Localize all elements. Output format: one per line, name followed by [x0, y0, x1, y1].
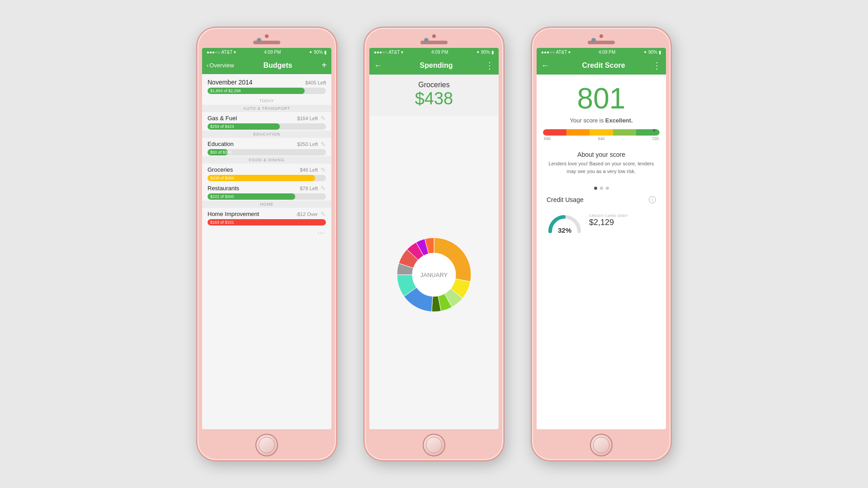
pag-dot-2	[600, 187, 603, 190]
credit-score-desc-text: Your score is	[570, 117, 604, 124]
home-inner-1	[259, 437, 275, 453]
score-seg-good	[590, 129, 613, 136]
speaker-dot-3	[599, 34, 603, 38]
back-button-3[interactable]: ←	[541, 61, 555, 70]
budget-main-header: November 2014 $405 Left	[202, 74, 331, 88]
battery-icon-2: ▮	[491, 50, 494, 55]
main-bar-wrap: $1,893 of $2,298	[202, 88, 331, 98]
section-home: HOME	[202, 201, 331, 208]
phone-credit: ●●●○○ AT&T ▾ 4:09 PM ✦ 90% ▮ ← Credit Sc…	[531, 27, 671, 461]
home-name: Home Improvement	[208, 211, 259, 217]
edit-icon-home[interactable]: ✎	[321, 211, 326, 218]
home-button-1[interactable]	[255, 434, 278, 456]
gauge-wrap: 32%	[547, 207, 583, 234]
info-icon[interactable]: i	[649, 196, 656, 203]
edit-icon-restaurants[interactable]: ✎	[321, 185, 326, 192]
home-left: -$12 Over	[296, 211, 318, 217]
restaurants-name: Restaurants	[208, 185, 239, 192]
bt-icon: ✦	[309, 50, 312, 55]
score-label-640: 640	[598, 136, 604, 141]
edit-icon-groceries[interactable]: ✎	[321, 166, 326, 174]
groceries-fill: $438 of $484	[208, 175, 315, 181]
budget-item-home[interactable]: Home Improvement -$12 Over ✎ $163 of $15…	[202, 208, 331, 226]
gas-bar: $259 of $423	[208, 123, 326, 130]
budget-item-groceries[interactable]: Groceries $46 Left ✎ $438 of $484	[202, 164, 331, 182]
home-inner-3	[593, 437, 609, 453]
back-button-2[interactable]: ←	[374, 61, 387, 70]
battery-icon-3: ▮	[659, 50, 661, 55]
more-button-3[interactable]: ⋮	[652, 60, 661, 71]
add-button[interactable]: +	[321, 60, 327, 70]
score-notch	[651, 129, 657, 132]
cc-debt-value: $2,129	[589, 218, 628, 227]
status-right-2: ✦ 90% ▮	[476, 50, 494, 55]
carrier-1: ●●●○○ AT&T	[207, 50, 232, 55]
groceries-left: $46 Left	[300, 167, 318, 173]
budget-item-gas[interactable]: Gas & Fuel $164 Left ✎ $259 of $423	[202, 112, 331, 131]
groceries-label: $438 of $484	[208, 176, 234, 180]
more-button-2[interactable]: ⋮	[485, 60, 494, 71]
edu-name: Education	[208, 141, 234, 147]
gas-name: Gas & Fuel	[208, 115, 237, 122]
usage-content: 32% CREDIT CARD DEBT $2,129	[547, 207, 656, 234]
status-right-3: ✦ 90% ▮	[643, 50, 661, 55]
bt-icon-2: ✦	[476, 50, 480, 55]
credit-score-number: 801	[537, 75, 666, 115]
edit-icon-edu[interactable]: ✎	[321, 141, 326, 148]
restaurants-left: $78 Left	[300, 186, 318, 191]
about-score-title: About your score	[547, 151, 656, 158]
home-fill: $163 of $151	[208, 219, 326, 225]
today-label: TODAY	[202, 98, 331, 105]
speaker-dot-2	[432, 34, 436, 38]
more-options-1[interactable]: ···	[202, 226, 331, 239]
nav-title-3: Credit Score	[555, 61, 652, 70]
restaurants-fill: $222 of $300	[208, 193, 295, 200]
wifi-icon-2: ▾	[401, 50, 403, 55]
score-bar	[543, 129, 660, 136]
status-right-1: ✦ 90% ▮	[309, 50, 327, 55]
home-button-2[interactable]	[423, 434, 445, 456]
donut-container: JANUARY	[369, 116, 499, 429]
phone-budgets: ●●●○○ AT&T ▾ 4:09 PM ✦ 90% ▮ ‹ Overview …	[197, 27, 337, 461]
score-bar-wrap: 590 640 720	[537, 129, 666, 143]
home-button-3[interactable]	[590, 434, 613, 456]
battery-2: 90%	[481, 50, 490, 55]
status-left-1: ●●●○○ AT&T ▾	[207, 50, 236, 55]
bt-icon-3: ✦	[643, 50, 647, 55]
front-camera	[257, 38, 261, 42]
front-camera-2	[424, 38, 429, 42]
score-seg-poor	[543, 129, 566, 136]
phone-top-1	[203, 28, 330, 46]
groceries-bar: $438 of $484	[208, 175, 326, 181]
nav-bar-credit: ← Credit Score ⋮	[537, 56, 666, 75]
back-button-1[interactable]: ‹ Overview	[207, 62, 234, 69]
home-inner-2	[426, 437, 442, 453]
score-seg-fair	[566, 129, 590, 136]
budget-item-education[interactable]: Education $250 Left ✎ $50 of $300	[202, 138, 331, 156]
groceries-name: Groceries	[208, 166, 233, 173]
budget-item-restaurants[interactable]: Restaurants $78 Left ✎ $222 of $300	[202, 182, 331, 201]
screen-budgets: ●●●○○ AT&T ▾ 4:09 PM ✦ 90% ▮ ‹ Overview …	[202, 48, 331, 429]
wifi-icon: ▾	[234, 50, 236, 55]
cc-debt-label: CREDIT CARD DEBT	[589, 214, 628, 218]
time-1: 4:09 PM	[264, 50, 281, 55]
main-bar-fill: $1,893 of $2,298	[208, 88, 305, 94]
battery-icon-1: ▮	[324, 50, 327, 55]
main-bar-label: $1,893 of $2,298	[208, 89, 241, 93]
credit-usage-title: Credit Usage	[547, 196, 584, 203]
nav-bar-spending: ← Spending ⋮	[369, 56, 499, 75]
credit-content: 801 Your score is Excellent. 590	[537, 75, 666, 429]
wifi-icon-3: ▾	[568, 50, 571, 55]
edu-label: $50 of $300	[208, 150, 232, 155]
gas-fill: $259 of $423	[208, 123, 280, 130]
phone-top-2	[370, 28, 498, 46]
time-2: 4:09 PM	[431, 50, 448, 55]
edu-fill: $50 of $300	[208, 149, 228, 155]
phone-top-3	[538, 28, 665, 46]
restaurants-label: $222 of $300	[208, 194, 234, 199]
section-education: EDUCATION	[202, 131, 331, 138]
carrier-2: ●●●○○ AT&T	[374, 50, 400, 55]
edit-icon-gas[interactable]: ✎	[321, 115, 326, 122]
score-label-720: 720	[652, 136, 659, 141]
pag-dot-3	[606, 187, 609, 190]
